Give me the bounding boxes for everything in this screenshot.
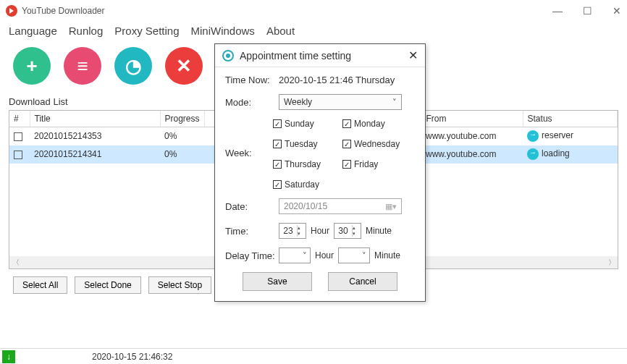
status-timestamp: 2020-10-15 21:46:32 xyxy=(92,352,172,362)
chk-monday[interactable]: ✓Monday xyxy=(342,119,415,129)
label-mode: Mode: xyxy=(225,97,279,108)
maximize-button[interactable]: ☐ xyxy=(583,5,592,17)
row-checkbox[interactable] xyxy=(14,151,22,159)
chk-thursday[interactable]: ✓Thursday xyxy=(273,159,338,169)
menu-about[interactable]: About xyxy=(266,25,295,37)
appointment-dialog: Appointment time setting ✕ Time Now: 202… xyxy=(214,43,426,302)
stop-button[interactable]: ✕ xyxy=(165,47,203,85)
app-icon xyxy=(6,5,17,17)
app-title: YouTube Downloader xyxy=(22,6,105,16)
close-window-button[interactable]: ✕ xyxy=(613,5,621,17)
title-bar: YouTube Downloader — ☐ ✕ xyxy=(0,0,627,22)
cell-title: 20201015214353 xyxy=(30,127,160,145)
cell-progress: 0% xyxy=(160,145,204,164)
menu-miniwindows[interactable]: MiniWindows xyxy=(191,25,255,37)
chk-tuesday[interactable]: ✓Tuesday xyxy=(273,139,338,149)
dialog-icon xyxy=(222,50,234,62)
col-status[interactable]: Status xyxy=(523,111,617,127)
scroll-right-icon[interactable]: 〉 xyxy=(605,256,618,268)
label-time: Time: xyxy=(225,226,279,237)
minute-spinner[interactable]: 30▴▾ xyxy=(334,223,361,239)
date-input[interactable]: 2020/10/15 ▦▾ xyxy=(279,198,402,214)
select-stop-button[interactable]: Select Stop xyxy=(148,276,211,294)
hour-spinner[interactable]: 23▴▾ xyxy=(279,223,306,239)
cell-status: loading xyxy=(542,148,570,158)
menu-language[interactable]: Language xyxy=(9,25,57,37)
menu-runlog[interactable]: Runlog xyxy=(69,25,104,37)
list-button[interactable]: ≡ xyxy=(64,47,101,85)
scroll-left-icon[interactable]: 〈 xyxy=(9,256,22,268)
week-checkbox-grid: ✓Sunday ✓Monday ✓Tuesday ✓Wednesday ✓Thu… xyxy=(273,119,415,190)
plus-icon: + xyxy=(26,55,37,77)
cell-status: reserver xyxy=(542,130,573,140)
select-all-button[interactable]: Select All xyxy=(13,276,67,294)
chk-saturday[interactable]: ✓Saturday xyxy=(273,179,338,190)
status-icon xyxy=(527,130,539,142)
label-delay: Delay Time: xyxy=(225,250,279,261)
cell-from: www.youtube.com xyxy=(421,145,523,164)
value-time-now: 2020-10-15 21:46 Thursday xyxy=(279,75,415,85)
dialog-close-button[interactable]: ✕ xyxy=(408,48,418,62)
row-checkbox[interactable] xyxy=(14,132,22,141)
cell-from: www.youtube.com xyxy=(421,127,523,145)
list-icon: ≡ xyxy=(77,55,88,77)
chk-wednesday[interactable]: ✓Wednesday xyxy=(342,139,415,149)
cell-title: 20201015214341 xyxy=(30,145,160,164)
download-indicator-icon: ↓ xyxy=(2,350,15,363)
delay-hour-select[interactable]: ˅ xyxy=(279,247,311,263)
col-num[interactable]: # xyxy=(9,111,30,127)
col-from[interactable]: From xyxy=(421,111,523,127)
cell-progress: 0% xyxy=(160,127,204,145)
menu-proxy[interactable]: Proxy Setting xyxy=(114,25,179,37)
minimize-button[interactable]: — xyxy=(552,5,563,17)
chk-sunday[interactable]: ✓Sunday xyxy=(273,119,338,129)
label-week: Week: xyxy=(225,119,273,158)
add-button[interactable]: + xyxy=(13,47,51,85)
schedule-button[interactable]: ◔ xyxy=(114,47,152,85)
save-button[interactable]: Save xyxy=(243,272,312,291)
cancel-button[interactable]: Cancel xyxy=(328,272,397,291)
menu-bar: Language Runlog Proxy Setting MiniWindow… xyxy=(0,22,627,41)
calendar-icon: ▦▾ xyxy=(385,202,397,211)
status-bar: ↓ 2020-10-15 21:46:32 xyxy=(0,348,627,364)
label-date: Date: xyxy=(225,201,279,212)
col-progress[interactable]: Progress xyxy=(160,111,204,127)
clock-icon: ◔ xyxy=(125,55,142,77)
delay-minute-select[interactable]: ˅ xyxy=(338,247,370,263)
dialog-title: Appointment time setting xyxy=(240,50,351,62)
label-time-now: Time Now: xyxy=(225,75,279,85)
chk-friday[interactable]: ✓Friday xyxy=(342,159,415,169)
stop-icon: ✕ xyxy=(176,55,192,77)
col-title[interactable]: Title xyxy=(30,111,160,127)
mode-select[interactable]: Weekly xyxy=(279,94,402,110)
status-icon xyxy=(527,148,539,160)
select-done-button[interactable]: Select Done xyxy=(75,276,140,294)
